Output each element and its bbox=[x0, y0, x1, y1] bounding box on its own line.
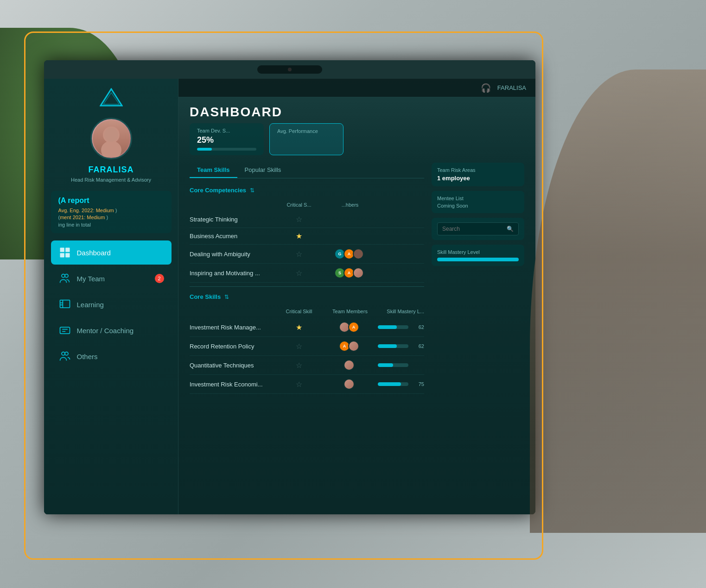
skill-name-inspiring: Inspiring and Motivating ... bbox=[190, 270, 276, 277]
report-line-2: (ment 2021: Medium ) bbox=[58, 215, 164, 220]
tab-team-skills[interactable]: Team Skills bbox=[190, 163, 237, 178]
tab-popular-skills[interactable]: Popular Skills bbox=[237, 163, 289, 178]
core-skills-title: Core Skills bbox=[190, 293, 221, 300]
my-team-icon bbox=[58, 272, 71, 285]
mastery-num-record-retention: 62 bbox=[411, 343, 424, 349]
avatar-photo1 bbox=[353, 267, 364, 278]
mastery-num-investment-risk: 62 bbox=[411, 324, 424, 330]
my-team-label: My Team bbox=[77, 275, 149, 283]
skill-mastery-card: Skill Mastery Level bbox=[432, 245, 524, 266]
camera-dot bbox=[288, 68, 292, 71]
stat-card-team-dev: Team Dev. S... 25% bbox=[190, 123, 264, 155]
col-members-skill-header: Team Members bbox=[322, 309, 378, 314]
report-line-1: Avg. Eng. 2022: Medium ) bbox=[58, 208, 164, 213]
search-bar[interactable]: 🔍 bbox=[437, 222, 519, 235]
skill-name-investment-economi: Investment Risk Economi... bbox=[190, 381, 276, 388]
dashboard-title: DASHBOARD bbox=[178, 97, 535, 123]
svg-rect-12 bbox=[60, 327, 70, 334]
skill-mastery-investment-risk: 62 bbox=[378, 324, 424, 330]
monitor: FARALISA Head Risk Management & Advisory… bbox=[44, 60, 535, 514]
header-username: FARALISA bbox=[497, 84, 526, 91]
section-divider bbox=[190, 286, 424, 287]
avatar-photo4 bbox=[343, 360, 355, 371]
content-area: Team Skills Popular Skills Core Competen… bbox=[178, 163, 535, 394]
others-label: Others bbox=[77, 353, 164, 360]
team-dev-progress bbox=[197, 148, 256, 151]
skill-row-strategic-thinking: Strategic Thinking ☆ bbox=[190, 211, 424, 228]
team-dev-value: 25% bbox=[197, 135, 256, 145]
core-competencies-sort-icon: ⇅ bbox=[250, 187, 254, 194]
skill-avatars-investment-risk: A bbox=[322, 322, 378, 333]
skill-star-quantitative: ☆ bbox=[276, 361, 322, 370]
camera-bar bbox=[257, 65, 322, 74]
skill-mastery-quantitative bbox=[378, 363, 424, 367]
svg-point-13 bbox=[62, 352, 65, 355]
my-team-badge: 2 bbox=[155, 274, 164, 283]
user-title: Head Risk Management & Advisory bbox=[62, 177, 160, 183]
skill-avatars-record-retention: A bbox=[322, 341, 378, 352]
skill-star-business: ★ bbox=[276, 232, 322, 240]
learning-label: Learning bbox=[77, 301, 164, 309]
col-critical-skill-header: Critical Skill bbox=[276, 309, 322, 314]
main-content: 🎧 FARALISA DASHBOARD Team Dev. S... 25% … bbox=[178, 79, 535, 514]
search-icon: 🔍 bbox=[507, 226, 514, 232]
screen: FARALISA Head Risk Management & Advisory… bbox=[44, 79, 535, 514]
team-dev-label: Team Dev. S... bbox=[197, 128, 256, 133]
search-input[interactable] bbox=[442, 226, 504, 232]
avg-performance-label: Avg. Performance bbox=[277, 128, 336, 134]
skill-name-investment-risk: Investment Risk Manage... bbox=[190, 324, 276, 331]
search-card: 🔍 bbox=[432, 218, 524, 240]
mastery-num-investment-economi: 75 bbox=[411, 381, 424, 387]
sidebar-item-others[interactable]: Others bbox=[51, 344, 172, 368]
svg-point-10 bbox=[65, 274, 68, 278]
skill-row-inspiring: Inspiring and Motivating ... ☆ S A bbox=[190, 264, 424, 283]
learning-icon bbox=[58, 298, 71, 311]
top-header: 🎧 FARALISA bbox=[178, 79, 535, 97]
col-critical-header: Critical S... bbox=[276, 202, 322, 208]
avatar-face bbox=[93, 120, 130, 157]
skill-avatars-inspiring: S A bbox=[322, 267, 378, 278]
headphone-icon: 🎧 bbox=[481, 83, 491, 93]
skill-mastery-record-retention: 62 bbox=[378, 343, 424, 349]
core-skills-col-headers: Critical Skill Team Members Skill Master… bbox=[190, 307, 424, 316]
report-title: (A report bbox=[58, 196, 164, 205]
skill-name-record-retention: Record Retention Policy bbox=[190, 343, 276, 350]
avatar-a3: A bbox=[348, 322, 359, 333]
dashboard-label: Dashboard bbox=[77, 249, 164, 257]
mentor-coaching-label: Mentor / Coaching bbox=[77, 327, 164, 335]
skill-row-dealing-ambiguity: Dealing with Ambiguity ☆ G A bbox=[190, 245, 424, 264]
skill-row-investment-risk: Investment Risk Manage... ★ A 62 bbox=[190, 318, 424, 337]
avatar-photo3 bbox=[348, 341, 359, 352]
dashboard-icon bbox=[58, 246, 71, 259]
skill-star-inspiring: ☆ bbox=[276, 269, 322, 278]
col-mastery-skill-header: Skill Mastery L... bbox=[378, 309, 424, 314]
skill-row-investment-economi: Investment Risk Economi... ☆ 75 bbox=[190, 375, 424, 394]
skill-star-ambiguity: ☆ bbox=[276, 250, 322, 259]
left-panel: Team Skills Popular Skills Core Competen… bbox=[190, 163, 424, 394]
report-total: ing line in total bbox=[58, 222, 164, 228]
core-skills-sort-icon: ⇅ bbox=[224, 294, 229, 300]
svg-rect-11 bbox=[60, 300, 70, 308]
logo-area bbox=[100, 88, 123, 108]
sidebar-item-mentor-coaching[interactable]: Mentor / Coaching bbox=[51, 318, 172, 342]
avatar-b1 bbox=[353, 248, 364, 259]
core-competencies-title: Core Competencies bbox=[190, 187, 246, 194]
core-competencies-header: Core Competencies ⇅ bbox=[190, 184, 424, 196]
sidebar-item-learning[interactable]: Learning bbox=[51, 292, 172, 316]
right-panel: Team Risk Areas 1 employee Mentee List C… bbox=[432, 163, 524, 394]
skill-name-strategic: Strategic Thinking bbox=[190, 216, 276, 223]
mentor-coaching-icon bbox=[58, 324, 71, 337]
skills-tabs: Team Skills Popular Skills bbox=[190, 163, 424, 178]
svg-point-3 bbox=[101, 141, 121, 157]
col-members-header: ...hbers bbox=[322, 202, 378, 208]
svg-rect-8 bbox=[65, 253, 70, 258]
skill-mastery-label: Skill Mastery Level bbox=[437, 249, 519, 255]
sidebar-item-my-team[interactable]: My Team 2 bbox=[51, 266, 172, 291]
svg-rect-6 bbox=[65, 248, 70, 252]
skill-mastery-indicator bbox=[437, 258, 519, 261]
mentee-list-title: Mentee List bbox=[437, 196, 519, 201]
report-card: (A report Avg. Eng. 2022: Medium ) (ment… bbox=[51, 191, 172, 233]
others-icon bbox=[58, 350, 71, 363]
sidebar-item-dashboard[interactable]: Dashboard bbox=[51, 240, 172, 265]
skill-avatars-ambiguity: G A bbox=[322, 248, 378, 259]
